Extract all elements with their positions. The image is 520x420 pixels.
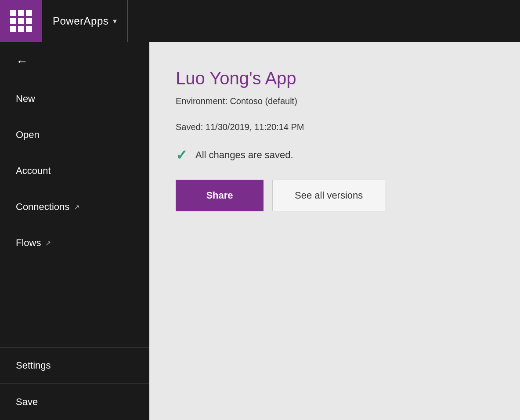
sidebar-item-new-label: New — [16, 93, 35, 105]
sidebar-item-new[interactable]: New — [0, 81, 149, 117]
back-arrow-icon: ← — [16, 54, 28, 68]
sidebar-item-flows[interactable]: Flows ↗ — [0, 225, 149, 261]
sidebar: ← New Open Account Connections ↗ Flows ↗ — [0, 42, 149, 420]
saved-status-text: All changes are saved. — [195, 149, 293, 161]
sidebar-item-save-label: Save — [16, 396, 38, 408]
share-button[interactable]: Share — [176, 180, 264, 211]
chevron-down-icon[interactable]: ▾ — [113, 16, 117, 26]
sidebar-item-settings-label: Settings — [16, 360, 51, 371]
header-brand: PowerApps ▾ — [42, 0, 128, 42]
sidebar-item-settings[interactable]: Settings — [0, 348, 149, 384]
back-button[interactable]: ← — [0, 42, 149, 81]
actions-row: Share See all versions — [176, 180, 494, 211]
sidebar-item-open[interactable]: Open — [0, 117, 149, 153]
waffle-grid-icon — [10, 10, 32, 32]
main-layout: ← New Open Account Connections ↗ Flows ↗ — [0, 42, 520, 420]
app-saved-time: Saved: 11/30/2019, 11:20:14 PM — [176, 122, 494, 132]
sidebar-item-open-label: Open — [16, 129, 40, 141]
sidebar-bottom: Settings Save — [0, 348, 149, 420]
app-title: Luo Yong's App — [176, 69, 494, 88]
sidebar-item-account[interactable]: Account — [0, 153, 149, 189]
sidebar-item-save[interactable]: Save — [0, 384, 149, 420]
content-area: Luo Yong's App Environment: Contoso (def… — [149, 42, 520, 420]
saved-status: ✓ All changes are saved. — [176, 148, 494, 162]
app-name: PowerApps — [53, 15, 108, 27]
see-all-versions-button[interactable]: See all versions — [272, 180, 385, 211]
header: PowerApps ▾ — [0, 0, 520, 42]
sidebar-item-flows-label: Flows — [16, 237, 41, 249]
external-link-icon: ↗ — [45, 239, 51, 247]
sidebar-item-connections-label: Connections — [16, 201, 69, 213]
sidebar-item-account-label: Account — [16, 165, 51, 177]
waffle-button[interactable] — [0, 0, 42, 42]
sidebar-item-connections[interactable]: Connections ↗ — [0, 189, 149, 225]
sidebar-nav: New Open Account Connections ↗ Flows ↗ — [0, 81, 149, 347]
external-link-icon: ↗ — [74, 203, 79, 211]
app-environment: Environment: Contoso (default) — [176, 96, 494, 106]
check-icon: ✓ — [176, 148, 188, 162]
